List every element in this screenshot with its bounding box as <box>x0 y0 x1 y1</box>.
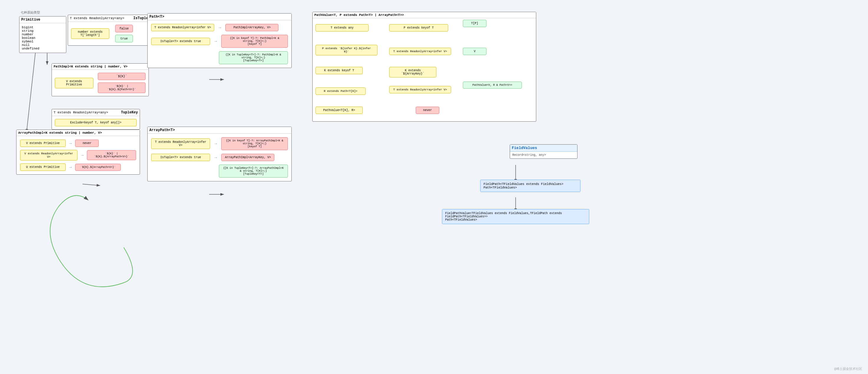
main-canvas: 七种原始类型 Primitive bigint string number bo… <box>0 0 868 374</box>
primitive-item-null: null <box>22 43 64 47</box>
arraypath-title: ArrayPath<T> <box>148 127 291 134</box>
pv-res-k2: T extends ReadonlyArray<infer V> <box>389 86 451 93</box>
tuplekey-condition-label: T extends ReadonlyArray<any> <box>54 111 108 114</box>
istuple-true-node: true <box>115 35 133 42</box>
arraypathimpl-res3: `${K}.${ArrayPath<V>}` <box>75 164 121 171</box>
primitive-item-bigint: bigint <box>22 26 64 29</box>
arraypath-res3: {[K in TupleKey<T>]-?: ArrayPathImpl<K &… <box>219 165 288 178</box>
pv-cond5: PathValue<T[K], R> <box>315 106 363 114</box>
pathimpl-condition: V extends Primitive <box>55 78 93 88</box>
svg-line-12 <box>83 184 100 186</box>
path-res3: {[K in TupleKey<T>]-?: PathImpl<K & stri… <box>219 51 288 64</box>
primitive-item-undefined: undefined <box>22 47 64 50</box>
tuplekey-content: Exclude<keyof T, keyof any[]> <box>55 119 137 126</box>
fieldvalues-subtitle: Record<string, any> <box>510 152 577 158</box>
arraypathimpl-cond2: V extends ReadonlyArray<infer U> <box>20 150 78 160</box>
primitive-item-number: number <box>22 33 64 36</box>
pv-cond3: K extends keyof T <box>315 67 363 74</box>
pv-never: never <box>416 106 439 114</box>
watermark: @稀土掘金技术社区 <box>834 367 862 371</box>
fieldvalues-box: FieldValues Record<string, any> <box>510 144 578 159</box>
pv-res-p1: P extends keyof T <box>389 24 448 32</box>
arraypathimpl-box: ArrayPathImpl<K extends string | number,… <box>16 130 140 175</box>
section-label: 七种原始类型 <box>21 10 40 15</box>
arraypath-cond1: T extends ReadonlyArray<infer V> <box>151 138 210 149</box>
pv-cond2: P extends `${infer K}.${infer R}` <box>315 45 377 55</box>
pv-res-r1: T extends ReadonlyArray<infer V> <box>389 48 451 55</box>
pv-cond4: R extends Path<T[K]> <box>315 88 366 95</box>
pv-cond1: T extends any <box>315 24 369 32</box>
path-cond2: IsTuple<T> extends true <box>151 38 210 45</box>
primitive-item-boolean: boolean <box>22 36 64 40</box>
primitive-item-symbol: sybmol <box>22 40 64 43</box>
arraypath-res1: {[K in keyof T]-?: ArrayPathImpl<K & str… <box>221 137 288 150</box>
path-title: Path<T> <box>148 13 291 20</box>
primitive-item-string: string <box>22 29 64 33</box>
primitive-title: Primitive <box>20 17 66 23</box>
pathimpl-result1: `${K}` <box>98 73 146 80</box>
pathimpl-result2: `${K}` | `${K}.${Path<V>}` <box>98 83 146 93</box>
pathimpl-title: PathImpl<K extends string | number, V> <box>52 64 149 70</box>
path-res1: PathImpl<ArrayKey, V> <box>225 24 278 31</box>
fieldvalues-title: FieldValues <box>510 145 577 152</box>
fieldpath-box: FieldPath<TFieldValues extends FieldValu… <box>480 180 581 192</box>
arraypath-box: ArrayPath<T> T extends ReadonlyArray<inf… <box>147 127 292 181</box>
path-res2: {[K in keyof T]-?: PathImpl<K & string, … <box>221 35 288 48</box>
istuple-badge: IsTuple <box>133 16 148 20</box>
pv-res-v: V <box>463 48 487 55</box>
istuple-false-node: false <box>115 25 133 32</box>
path-cond1: T extends ReadonlyArray<infer V> <box>151 24 214 31</box>
pv-res-r2: PathValue<V, R & Path<V>> <box>463 82 522 89</box>
arraypathimpl-res1: never <box>75 139 99 147</box>
arraypathimpl-title: ArrayPathImpl<K extends string | number,… <box>17 130 140 136</box>
fieldpathvalue-content: FieldPathValue<TFieldValues extends Fiel… <box>442 209 589 224</box>
primitive-content: bigint string number boolean sybmol null… <box>20 23 66 53</box>
tuplekey-badge: TupleKey <box>121 111 138 115</box>
pv-res-k1: K extends `${ArrayKey}` <box>389 67 436 77</box>
pathvalue-title: PathValue<T, P extends Path<T> | ArrayPa… <box>313 12 536 18</box>
pathvalue-box: PathValue<T, P extends Path<T> | ArrayPa… <box>312 12 536 122</box>
istuple-condition-label: T extends ReadonlyArray<any> <box>70 17 124 20</box>
tuplekey-box: T extends ReadonlyArray<any> TupleKey Ex… <box>52 109 140 130</box>
arraypath-res2: ArrayPathImpl<ArrayKey, V> <box>221 154 274 161</box>
fieldpath-content: FieldPath<TFieldValues extends FieldValu… <box>480 180 580 192</box>
arraypathimpl-res2: `${K}` | `${K}.${ArrayPath<V>}` <box>87 150 136 160</box>
arraypath-cond2: IsTuple<T> extends true <box>151 154 210 161</box>
pv-res-t1: T[P] <box>463 20 487 27</box>
pathimpl-box: PathImpl<K extends string | number, V> V… <box>52 63 149 96</box>
arraypathimpl-cond1: V extends Primitive <box>20 139 66 147</box>
svg-line-3 <box>27 53 35 132</box>
arraypathimpl-cond3: U extends Primitive <box>20 163 66 171</box>
primitive-box: Primitive bigint string number boolean s… <box>19 16 66 53</box>
istuple-box: T extends ReadonlyArray<any> IsTuple num… <box>68 15 150 45</box>
path-box: Path<T> T extends ReadonlyArray<infer V>… <box>147 13 292 68</box>
fieldpathvalue-box: FieldPathValue<TFieldValues extends Fiel… <box>442 209 589 224</box>
istuple-condition-node: number extendsT['length'] <box>71 28 109 39</box>
